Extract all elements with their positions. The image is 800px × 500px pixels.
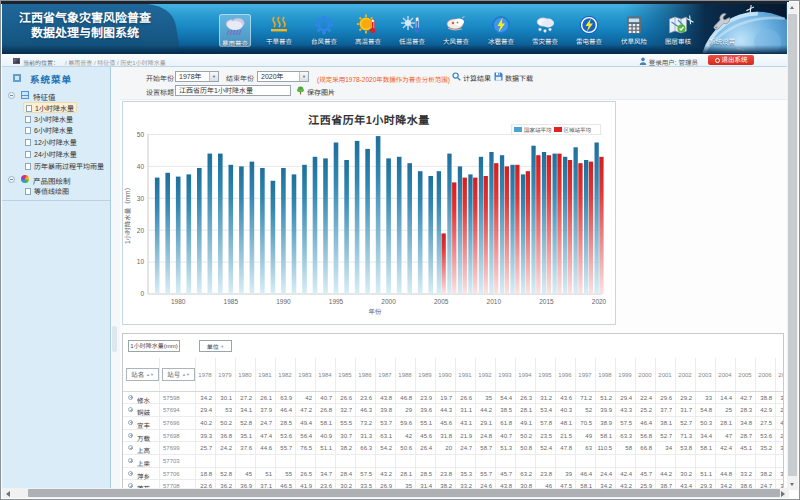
svg-text:年份: 年份 [369, 308, 383, 315]
svg-text:1985: 1985 [224, 298, 239, 305]
svg-text:1990: 1990 [276, 298, 291, 305]
svg-text:40: 40 [137, 163, 145, 170]
svg-text:1980: 1980 [171, 298, 186, 305]
svg-text:30: 30 [137, 195, 145, 202]
svg-text:50: 50 [137, 131, 145, 138]
svg-text:2000: 2000 [381, 298, 396, 305]
svg-text:2015: 2015 [539, 298, 554, 305]
svg-text:1小时降水量（mm）: 1小时降水量（mm） [124, 184, 131, 244]
svg-text:2020: 2020 [592, 298, 607, 305]
svg-text:2005: 2005 [434, 298, 449, 305]
svg-text:10: 10 [137, 258, 145, 265]
svg-text:20: 20 [137, 227, 145, 234]
svg-text:1995: 1995 [329, 298, 344, 305]
svg-text:2010: 2010 [487, 298, 502, 305]
svg-text:0: 0 [140, 290, 144, 297]
